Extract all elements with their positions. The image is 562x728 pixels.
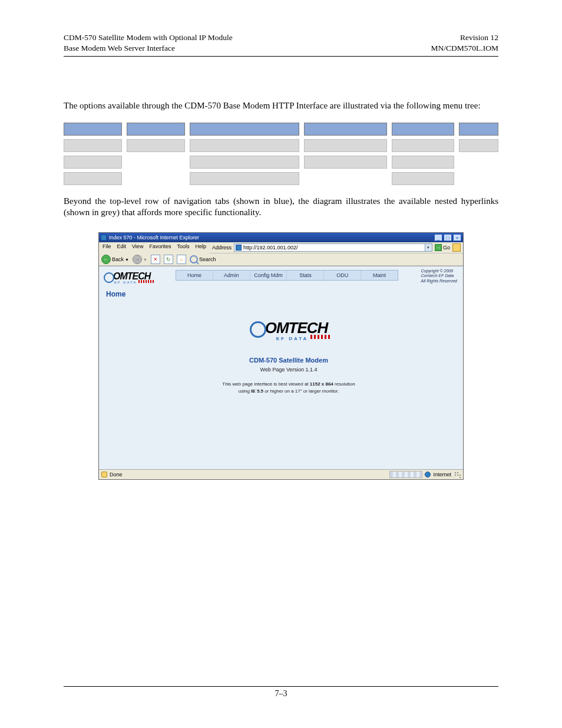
minimize-button[interactable]: _ bbox=[434, 234, 442, 241]
back-arrow-icon: ← bbox=[101, 255, 111, 264]
menu-tree-grey-cell bbox=[392, 156, 455, 169]
status-zone-text: Internet bbox=[433, 472, 451, 477]
menu-tree-grey-cell bbox=[392, 172, 455, 185]
nav-stats[interactable]: Stats bbox=[287, 271, 324, 280]
menu-tree-blue-cell bbox=[190, 123, 299, 136]
copyright-line1: Copyright © 2006 bbox=[421, 269, 457, 274]
menu-tree-blue-cell bbox=[304, 123, 387, 136]
forward-dropdown-icon[interactable]: ▼ bbox=[143, 258, 147, 262]
nav-admin[interactable]: Admin bbox=[213, 271, 250, 280]
menu-tree-diagram bbox=[64, 123, 498, 185]
nav-odu[interactable]: ODU bbox=[324, 271, 361, 280]
internet-zone-icon bbox=[425, 472, 431, 477]
resize-grip-icon[interactable] bbox=[454, 471, 461, 478]
menu-tree-blue-cell bbox=[392, 123, 455, 136]
menu-tree-grey-cell bbox=[304, 156, 387, 169]
menu-tree-empty-cell bbox=[459, 156, 498, 169]
back-label: Back bbox=[112, 256, 124, 262]
address-input[interactable]: http://192.001.001.002/ ▾ bbox=[234, 243, 432, 252]
app-header: OMTECH EF DATA Home Admin Config Mdm Sta… bbox=[99, 266, 463, 286]
status-page-icon bbox=[101, 472, 107, 477]
section-title: Home bbox=[106, 290, 456, 298]
menu-tree-grey-cell bbox=[304, 139, 387, 152]
menu-tree-grey-cell bbox=[392, 139, 455, 152]
menu-tree-blue-cell bbox=[127, 123, 185, 136]
header-right: Revision 12 MN/CDM570L.IOM bbox=[431, 32, 498, 54]
home-button[interactable]: ⌂ bbox=[177, 255, 186, 264]
search-icon bbox=[190, 255, 198, 263]
page-header: CDM-570 Satellite Modem with Optional IP… bbox=[64, 32, 498, 57]
search-button[interactable]: Search bbox=[190, 255, 216, 263]
menu-tree-empty-cell bbox=[127, 156, 185, 169]
app-nav: Home Admin Config Mdm Stats ODU Maint bbox=[176, 270, 398, 281]
nav-maint[interactable]: Maint bbox=[361, 271, 398, 280]
status-left-text: Done bbox=[110, 472, 123, 477]
copyright-line2: Comtech EF Data bbox=[421, 274, 457, 278]
ie-toolbar: ← Back ▼ → ▼ ✕ ↻ ⌂ Search bbox=[99, 253, 463, 266]
menu-tree-grey-cell bbox=[459, 139, 498, 152]
back-dropdown-icon[interactable]: ▼ bbox=[125, 258, 129, 262]
web-page-version: Web Page Version 1.1.4 bbox=[177, 367, 401, 373]
menu-tree-empty-cell bbox=[127, 172, 185, 185]
resolution-note: This web page interface is best viewed a… bbox=[177, 381, 401, 395]
address-value: http://192.001.001.002/ bbox=[243, 245, 423, 251]
menu-tree-grey-cell bbox=[127, 139, 185, 152]
header-right-line1: Revision 12 bbox=[431, 32, 498, 43]
search-label: Search bbox=[199, 256, 216, 262]
menu-favorites[interactable]: Favorites bbox=[149, 243, 171, 252]
page-footer: 7–3 bbox=[64, 686, 498, 699]
ie-menubar: File Edit View Favorites Tools Help bbox=[99, 242, 210, 253]
menu-tree-grey-cell bbox=[64, 172, 122, 185]
menu-tree-empty-cell bbox=[304, 172, 387, 185]
menu-tree-empty-cell bbox=[459, 172, 498, 185]
intro-paragraph-2: Beyond the top-level row of navigation t… bbox=[64, 196, 498, 218]
menu-tree-blue-cell bbox=[459, 123, 498, 136]
menu-tools[interactable]: Tools bbox=[177, 243, 189, 252]
refresh-button[interactable]: ↻ bbox=[164, 255, 173, 264]
stop-button[interactable]: ✕ bbox=[151, 255, 160, 264]
header-left-line2: Base Modem Web Server Interface bbox=[64, 43, 233, 54]
close-button[interactable]: × bbox=[453, 234, 461, 241]
copyright-notice: Copyright © 2006 Comtech EF Data All Rig… bbox=[421, 269, 457, 284]
menu-help[interactable]: Help bbox=[195, 243, 206, 252]
menu-tree-grey-cell bbox=[190, 172, 299, 185]
links-button[interactable] bbox=[452, 243, 461, 252]
ie-status-bar: Done Internet bbox=[99, 469, 463, 479]
menu-file[interactable]: File bbox=[103, 243, 111, 252]
page-number: 7–3 bbox=[275, 689, 287, 698]
status-progress-icon bbox=[389, 471, 422, 478]
logo-text: OMTECH bbox=[104, 271, 150, 281]
header-left-line1: CDM-570 Satellite Modem with Optional IP… bbox=[64, 32, 233, 43]
ie-content-area: OMTECH EF DATA Home Admin Config Mdm Sta… bbox=[99, 266, 463, 469]
header-right-line2: MN/CDM570L.IOM bbox=[431, 43, 498, 54]
nav-home[interactable]: Home bbox=[176, 271, 213, 280]
go-label: Go bbox=[443, 245, 450, 251]
back-button[interactable]: ← Back ▼ bbox=[101, 255, 129, 264]
menu-tree-grey-cell bbox=[64, 156, 122, 169]
app-body: Home OMTECH EF DATA CDM-570 Satellite Mo… bbox=[99, 286, 463, 469]
page-icon bbox=[236, 245, 242, 251]
go-arrow-icon: → bbox=[435, 244, 442, 251]
menu-view[interactable]: View bbox=[132, 243, 143, 252]
forward-button[interactable]: → ▼ bbox=[133, 255, 147, 264]
menu-tree-grey-cell bbox=[190, 139, 299, 152]
comtech-logo-large: OMTECH EF DATA bbox=[177, 319, 401, 341]
ie-icon bbox=[101, 235, 107, 241]
address-label: Address bbox=[212, 245, 232, 251]
ie-window-title: Index 570 - Microsoft Internet Explorer bbox=[109, 235, 199, 241]
address-dropdown-icon[interactable]: ▾ bbox=[425, 244, 432, 251]
go-button[interactable]: → Go bbox=[435, 244, 450, 251]
header-left: CDM-570 Satellite Modem with Optional IP… bbox=[64, 32, 233, 54]
modem-name: CDM-570 Satellite Modem bbox=[177, 357, 401, 364]
ie-window: Index 570 - Microsoft Internet Explorer … bbox=[98, 232, 464, 480]
nav-config-mdm[interactable]: Config Mdm bbox=[250, 271, 287, 280]
maximize-button[interactable]: □ bbox=[444, 234, 452, 241]
logo-text-large: OMTECH bbox=[250, 319, 328, 337]
ie-titlebar: Index 570 - Microsoft Internet Explorer … bbox=[99, 233, 463, 242]
copyright-line3: All Rights Reserved bbox=[421, 279, 457, 284]
menu-edit[interactable]: Edit bbox=[117, 243, 127, 252]
home-center-area: OMTECH EF DATA CDM-570 Satellite Modem W… bbox=[177, 319, 401, 395]
intro-paragraph-1: The options available through the CDM-57… bbox=[64, 100, 498, 111]
forward-arrow-icon: → bbox=[133, 255, 142, 264]
menu-tree-grey-cell bbox=[190, 156, 299, 169]
